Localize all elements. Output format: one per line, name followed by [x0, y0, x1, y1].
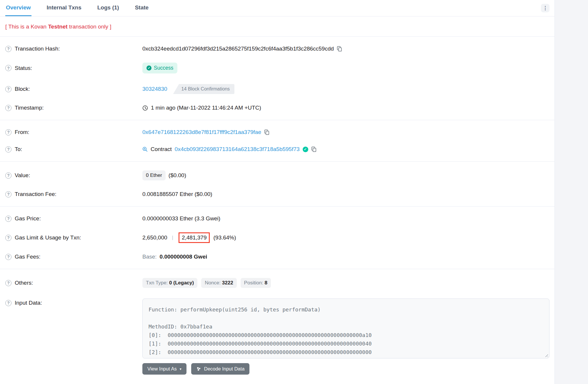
tab-bar: Overview Internal Txns Logs (1) State ⋮	[0, 0, 554, 16]
others-label: Others:	[15, 280, 33, 286]
copy-icon[interactable]	[337, 46, 342, 52]
section-others-input: ? Others: Txn Type: 0 (Legacy) Nonce: 32…	[0, 269, 554, 383]
testnet-warning: [ This is a Kovan Testnet transaction on…	[0, 16, 554, 37]
row-block: ? Block: 30324830 14 Block Confirmations	[5, 79, 549, 99]
help-icon[interactable]: ?	[5, 65, 11, 71]
row-from: ? From: 0x647e7168122263d8e7f81f17fff9c2…	[5, 124, 549, 141]
copy-icon[interactable]	[311, 146, 317, 152]
input-data-label: Input Data:	[15, 300, 42, 306]
section-gas: ? Gas Price: 0.0000000033 Ether (3.3 Gwe…	[0, 207, 554, 269]
gas-used-percent: (93.64%)	[213, 234, 236, 241]
timestamp-label: Timestamp:	[15, 105, 44, 111]
gas-limit-value: 2,650,000	[142, 234, 167, 241]
gas-used-highlight-box: 2,481,379	[179, 232, 210, 243]
help-icon[interactable]: ?	[5, 254, 11, 260]
help-icon[interactable]: ?	[5, 172, 11, 179]
to-kind: Contract	[151, 146, 172, 152]
row-transaction-hash: ? Transaction Hash: 0xcb324eedcd1d07296f…	[5, 40, 549, 57]
gas-fees-label: Gas Fees:	[15, 254, 41, 260]
row-input-data: ? Input Data: Function: performUpkeep(ui…	[5, 293, 549, 380]
block-number-link[interactable]: 30324830	[142, 86, 167, 92]
input-data-textarea[interactable]: Function: performUpkeep(uint256 id, byte…	[142, 299, 549, 358]
separator-bar: |	[170, 235, 175, 241]
kebab-icon: ⋮	[543, 5, 548, 11]
from-label: From:	[15, 129, 29, 135]
row-status: ? Status: ✓ Success	[5, 57, 549, 79]
row-gas-price: ? Gas Price: 0.0000000033 Ether (3.3 Gwe…	[5, 210, 549, 227]
help-icon[interactable]: ?	[5, 105, 11, 111]
tab-state[interactable]: State	[134, 0, 149, 16]
chevron-down-icon: ▾	[180, 367, 181, 371]
status-label: Status:	[15, 65, 32, 71]
verified-contract-icon: ✓	[303, 147, 308, 152]
block-label: Block:	[15, 86, 30, 92]
row-timestamp: ? Timestamp: 1 min ago (Mar-11-2022 11:4…	[5, 99, 549, 116]
row-transaction-fee: ? Transaction Fee: 0.0081885507 Ether ($…	[5, 186, 549, 203]
warning-suffix: transaction only ]	[68, 24, 111, 30]
transaction-fee-value: 0.0081885507 Ether ($0.00)	[142, 191, 212, 197]
value-label: Value:	[15, 172, 30, 179]
base-fee-label: Base:	[142, 254, 157, 260]
transaction-hash-label: Transaction Hash:	[15, 46, 60, 52]
base-fee-value: 0.000000008 Gwei	[160, 254, 207, 260]
txn-type-badge: Txn Type: 0 (Legacy)	[142, 278, 197, 288]
to-address-link[interactable]: 0x4cb093f226983713164a62138c3f718a5b595f…	[175, 146, 300, 152]
section-value: ? Value: 0 Ether ($0.00) ? Transaction F…	[0, 162, 554, 207]
copy-icon[interactable]	[264, 129, 269, 135]
transaction-hash-value: 0xcb324eedcd1d07296fdf3d215a2865275f159c…	[142, 46, 334, 52]
tab-internal-txns[interactable]: Internal Txns	[46, 0, 82, 16]
help-icon[interactable]: ?	[5, 235, 11, 241]
magnifier-plus-icon[interactable]	[142, 147, 148, 152]
help-icon[interactable]: ?	[5, 86, 11, 92]
view-input-as-button[interactable]: View Input As ▾	[142, 363, 186, 375]
others-badges: Txn Type: 0 (Legacy) Nonce: 3222 Positio…	[142, 278, 271, 288]
help-icon[interactable]: ?	[5, 46, 11, 52]
row-gas-fees: ? Gas Fees: Base: 0.000000008 Gwei	[5, 248, 549, 265]
status-value: Success	[154, 65, 173, 71]
ether-value-badge: 0 Ether	[142, 170, 166, 180]
help-icon[interactable]: ?	[5, 280, 11, 286]
transaction-fee-label: Transaction Fee:	[15, 191, 56, 197]
input-data-actions: View Input As ▾ Decode Input Data	[142, 363, 549, 375]
warning-prefix: [ This is a Kovan	[5, 24, 48, 30]
nonce-badge: Nonce: 3222	[201, 278, 236, 288]
value-usd: ($0.00)	[169, 172, 186, 179]
row-gas-limit-usage: ? Gas Limit & Usage by Txn: 2,650,000 | …	[5, 227, 549, 248]
row-others: ? Others: Txn Type: 0 (Legacy) Nonce: 32…	[5, 273, 549, 293]
from-address-link[interactable]: 0x647e7168122263d8e7f81f17fff9c2f1aa379f…	[142, 129, 261, 135]
clock-icon	[142, 105, 148, 111]
gas-limit-label: Gas Limit & Usage by Txn:	[15, 234, 81, 241]
decode-icon	[196, 366, 201, 371]
to-label: To:	[15, 146, 22, 152]
tab-overview[interactable]: Overview	[5, 0, 31, 16]
help-icon[interactable]: ?	[5, 129, 11, 135]
transaction-details-card: Overview Internal Txns Logs (1) State ⋮ …	[0, 0, 555, 384]
timestamp-value: 1 min ago (Mar-11-2022 11:46:24 AM +UTC)	[151, 105, 261, 111]
gas-used-value: 2,481,379	[182, 234, 207, 241]
warning-bold: Testnet	[48, 24, 67, 30]
tab-logs[interactable]: Logs (1)	[97, 0, 120, 16]
position-badge: Position: 8	[241, 278, 271, 288]
resize-handle[interactable]	[544, 353, 548, 357]
help-icon[interactable]: ?	[5, 146, 11, 152]
row-value: ? Value: 0 Ether ($0.00)	[5, 165, 549, 186]
help-icon[interactable]: ?	[5, 191, 11, 197]
section-parties: ? From: 0x647e7168122263d8e7f81f17fff9c2…	[0, 120, 554, 162]
status-badge: ✓ Success	[142, 63, 177, 73]
check-circle-icon: ✓	[146, 66, 151, 71]
gas-price-label: Gas Price:	[15, 215, 41, 222]
help-icon[interactable]: ?	[5, 300, 11, 306]
more-options-button[interactable]: ⋮	[541, 4, 549, 12]
decode-input-data-button[interactable]: Decode Input Data	[191, 363, 250, 375]
row-to: ? To: Contract 0x4cb093f226983713164a621…	[5, 141, 549, 158]
help-icon[interactable]: ?	[5, 216, 11, 222]
gas-price-value: 0.0000000033 Ether (3.3 Gwei)	[142, 215, 220, 222]
block-confirmations-badge: 14 Block Confirmations	[173, 84, 235, 94]
input-data-content: Function: performUpkeep(uint256 id, byte…	[149, 305, 543, 356]
section-overview-top: ? Transaction Hash: 0xcb324eedcd1d07296f…	[0, 37, 554, 120]
